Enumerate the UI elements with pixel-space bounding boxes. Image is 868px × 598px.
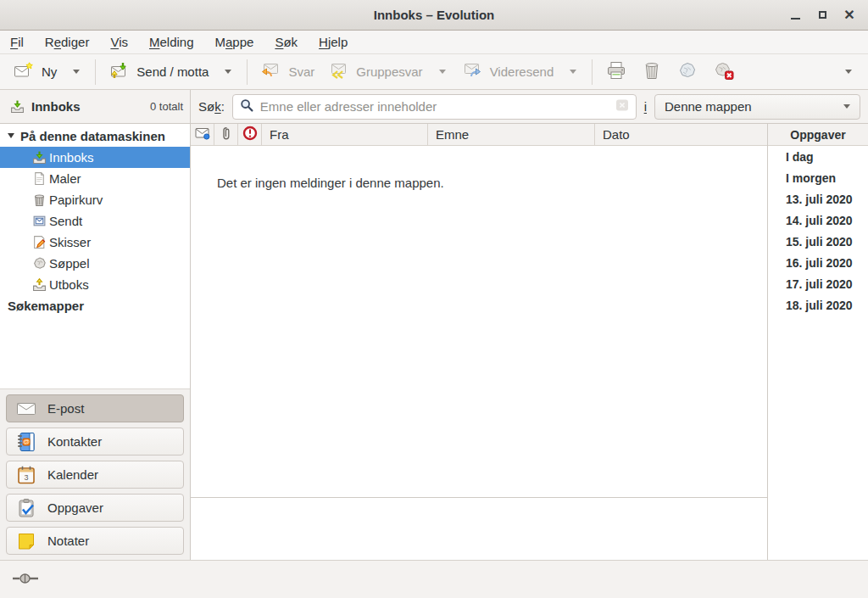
message-list-pane: Fra Emne Dato Det er ingen meldinger i d… <box>191 124 767 560</box>
folder-sidebar: På denne datamaskinen Innboks Maler Papi… <box>0 124 191 560</box>
drafts-icon <box>32 235 47 249</box>
task-date-item[interactable]: I dag <box>768 146 868 167</box>
switcher-contacts-button[interactable]: @ Kontakter <box>6 428 184 455</box>
new-button[interactable]: Ny <box>7 58 64 86</box>
sidebar-item-maler[interactable]: Maler <box>0 168 190 189</box>
sidebar-item-soppel[interactable]: Søppel <box>0 253 190 274</box>
chevron-down-icon <box>225 70 231 74</box>
maximize-button[interactable] <box>809 4 836 26</box>
important-icon <box>242 126 258 143</box>
online-status-icon <box>12 573 39 587</box>
column-read-status[interactable] <box>191 124 214 145</box>
search-entry[interactable] <box>232 94 637 120</box>
minimize-icon <box>791 18 800 20</box>
menu-melding[interactable]: Melding <box>149 35 194 49</box>
folder-tree: På denne datamaskinen Innboks Maler Papi… <box>0 124 190 388</box>
menu-mappe[interactable]: Mappe <box>215 35 254 49</box>
delete-icon <box>642 61 662 82</box>
status-bar <box>0 560 868 598</box>
column-from[interactable]: Fra <box>262 124 428 145</box>
task-date-item[interactable]: 13. juli 2020 <box>768 188 868 210</box>
menu-fil[interactable]: Fil <box>10 35 24 49</box>
search-icon <box>240 98 253 115</box>
new-dropdown-button[interactable] <box>64 65 89 78</box>
group-reply-dropdown-button[interactable] <box>430 65 455 78</box>
read-status-icon <box>195 127 210 143</box>
send-receive-dropdown-button[interactable] <box>215 65 241 78</box>
search-area: Søk: i Denne mappen <box>191 90 868 123</box>
not-junk-button[interactable] <box>705 57 742 87</box>
svg-text:3: 3 <box>24 472 28 481</box>
empty-folder-message: Det er ingen meldinger i denne mappen. <box>191 146 767 190</box>
task-date-item[interactable]: 16. juli 2020 <box>768 252 868 273</box>
body: På denne datamaskinen Innboks Maler Papi… <box>0 124 868 560</box>
not-junk-icon <box>713 61 734 82</box>
task-date-item[interactable]: 17. juli 2020 <box>768 273 868 294</box>
search-scope-value: Denne mappen <box>665 99 752 114</box>
online-status-button[interactable] <box>12 573 39 587</box>
sidebar-item-utboks[interactable]: Utboks <box>0 274 190 295</box>
junk-button[interactable] <box>670 57 705 87</box>
tree-root-search-folders[interactable]: Søkemapper <box>0 295 190 316</box>
toolbar-overflow-button[interactable] <box>836 65 861 78</box>
minimize-button[interactable] <box>782 4 809 26</box>
template-icon <box>32 171 47 186</box>
menu-rediger[interactable]: Rediger <box>45 35 90 49</box>
tree-root-on-this-computer[interactable]: På denne datamaskinen <box>0 125 190 147</box>
message-list-body[interactable]: Det er ingen meldinger i denne mappen. <box>191 146 767 498</box>
sidebar-item-sendt[interactable]: Sendt <box>0 210 190 232</box>
message-count: 0 totalt <box>150 100 183 113</box>
forward-button[interactable]: Videresend <box>455 58 561 86</box>
forward-dropdown-button[interactable] <box>560 65 586 78</box>
column-subject[interactable]: Emne <box>428 124 595 145</box>
task-bar-header[interactable]: Oppgaver <box>768 124 868 146</box>
search-row: Innboks 0 totalt Søk: i Denne mappen <box>0 90 868 124</box>
column-important[interactable] <box>238 124 262 145</box>
switcher-mail-button[interactable]: E-post <box>6 394 184 422</box>
window-controls: ✕ <box>782 0 863 30</box>
sidebar-item-innboks[interactable]: Innboks <box>0 147 190 168</box>
close-button[interactable]: ✕ <box>836 4 863 26</box>
window-title: Innboks – Evolution <box>374 8 495 22</box>
menu-vis[interactable]: Vis <box>110 35 128 49</box>
chevron-down-icon <box>570 70 576 74</box>
sent-icon <box>32 214 47 228</box>
switcher-tasks-button[interactable]: Oppgaver <box>6 494 184 522</box>
svg-text:@: @ <box>23 438 30 445</box>
group-reply-button[interactable]: Gruppesvar <box>321 58 429 86</box>
trash-icon <box>32 193 47 207</box>
search-input[interactable] <box>260 99 609 114</box>
task-bar: Oppgaver I dag I morgen 13. juli 2020 14… <box>767 124 868 560</box>
switcher-memos-button[interactable]: Notater <box>6 527 184 555</box>
reply-button[interactable]: Svar <box>253 58 321 86</box>
junk-icon <box>677 61 698 82</box>
task-date-item[interactable]: 15. juli 2020 <box>768 231 868 252</box>
junk-icon <box>32 256 47 271</box>
menubar: Fil Rediger Vis Melding Mappe Søk Hjelp <box>0 31 868 54</box>
toolbar-separator <box>95 59 96 85</box>
search-scope-combo[interactable]: Denne mappen <box>654 94 860 120</box>
task-date-item[interactable]: 18. juli 2020 <box>768 294 868 316</box>
task-date-item[interactable]: I morgen <box>768 167 868 188</box>
contacts-icon: @ <box>16 432 36 452</box>
column-attachment[interactable] <box>214 124 238 145</box>
current-folder-header: Innboks 0 totalt <box>0 90 191 123</box>
switcher-calendar-button[interactable]: 3 Kalender <box>6 461 184 489</box>
forward-icon <box>462 62 482 81</box>
sidebar-item-papirkurv[interactable]: Papirkurv <box>0 189 190 210</box>
toolbar-separator <box>247 59 248 85</box>
task-date-item[interactable]: 14. juli 2020 <box>768 210 868 231</box>
chevron-down-icon <box>845 70 852 74</box>
delete-button[interactable] <box>634 57 670 87</box>
reply-icon <box>260 62 281 81</box>
outbox-icon <box>32 277 47 292</box>
clear-search-icon[interactable] <box>615 98 629 115</box>
expander-icon[interactable] <box>8 133 14 138</box>
calendar-icon: 3 <box>16 465 36 485</box>
sidebar-item-skisser[interactable]: Skisser <box>0 232 190 253</box>
menu-sok[interactable]: Søk <box>275 35 298 49</box>
menu-hjelp[interactable]: Hjelp <box>319 35 348 49</box>
send-receive-button[interactable]: Send / motta <box>102 58 215 86</box>
column-date[interactable]: Dato <box>595 124 767 145</box>
print-button[interactable] <box>598 57 634 87</box>
